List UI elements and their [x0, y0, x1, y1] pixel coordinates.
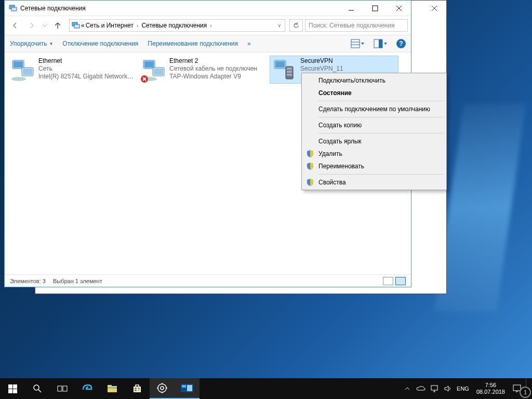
address-dropdown[interactable]: v — [276, 23, 283, 28]
close-button[interactable] — [387, 1, 411, 16]
more-commands-button[interactable]: » — [247, 40, 251, 47]
settings-close-button[interactable] — [422, 1, 446, 16]
connection-item-ethernet2[interactable]: Ethernet 2 Сетевой кабель не подключен T… — [139, 56, 268, 84]
svg-rect-47 — [138, 388, 140, 389]
menu-create-shortcut[interactable]: Создать ярлык — [303, 135, 445, 148]
menu-delete[interactable]: Удалить — [303, 148, 445, 160]
svg-rect-58 — [187, 385, 192, 391]
menu-connect-disconnect[interactable]: Подключить/отключить — [303, 74, 445, 87]
menu-properties[interactable]: Свойства — [303, 176, 445, 189]
connection-device: TAP-Windows Adapter V9 — [169, 73, 257, 81]
connection-item-ethernet[interactable]: Ethernet Сеть Intel(R) 82574L Gigabit Ne… — [8, 56, 137, 84]
network-connections-icon — [72, 21, 80, 30]
start-button[interactable] — [0, 378, 25, 399]
titlebar[interactable]: Сетевые подключения — [5, 1, 411, 16]
svg-rect-49 — [138, 390, 140, 391]
menu-separator — [318, 133, 444, 134]
shield-icon — [306, 162, 314, 170]
svg-rect-33 — [287, 74, 292, 76]
connection-device: Intel(R) 82574L Gigabit Network C... — [38, 73, 134, 81]
tray-volume-icon[interactable] — [443, 384, 453, 393]
search-input[interactable]: Поиск: Сетевые подключения — [305, 19, 408, 32]
help-button[interactable]: ? — [396, 39, 406, 48]
taskbar-settings-running[interactable] — [150, 378, 175, 399]
taskbar[interactable]: ENG 7:56 08.07.2018 — [0, 378, 532, 399]
connection-name: Ethernet — [38, 57, 134, 65]
tray-clock[interactable]: 7:56 08.07.2018 — [473, 382, 508, 395]
svg-rect-32 — [287, 71, 292, 73]
maximize-button[interactable] — [363, 1, 387, 16]
svg-rect-5 — [373, 6, 378, 11]
svg-rect-18 — [23, 69, 32, 75]
back-button[interactable] — [8, 18, 22, 33]
view-large-icons-button[interactable] — [395, 277, 406, 285]
status-selected-count: Выбран 1 элемент — [53, 278, 102, 284]
svg-rect-10 — [351, 39, 360, 48]
tray-network-icon[interactable] — [430, 384, 439, 393]
breadcrumb-part[interactable]: Сеть и Интернет — [86, 22, 134, 29]
connection-status: SecureVPN_11 — [300, 65, 343, 73]
breadcrumb-root[interactable]: « — [81, 22, 85, 29]
menu-rename[interactable]: Переименовать — [303, 160, 445, 172]
organize-menu[interactable]: Упорядочить ▼ — [10, 40, 53, 47]
tray-onedrive-icon[interactable] — [416, 384, 425, 393]
tray-language[interactable]: ENG — [457, 385, 469, 392]
svg-rect-59 — [431, 385, 437, 390]
task-view-button[interactable] — [50, 378, 75, 399]
chevron-right-icon[interactable]: › — [135, 23, 140, 29]
svg-point-50 — [158, 384, 166, 392]
menu-separator — [318, 174, 444, 175]
svg-rect-57 — [182, 385, 186, 388]
view-details-button[interactable] — [383, 277, 393, 285]
svg-rect-44 — [108, 387, 117, 389]
file-explorer-button[interactable] — [100, 378, 125, 399]
svg-rect-36 — [8, 389, 12, 393]
taskbar-explorer-running[interactable] — [175, 378, 200, 399]
window-title: Сетевые подключения — [20, 5, 339, 12]
rename-connection-button[interactable]: Переименование подключения — [148, 40, 238, 47]
svg-rect-34 — [8, 384, 12, 389]
forward-button[interactable] — [24, 18, 39, 33]
svg-line-39 — [38, 390, 41, 392]
menu-create-copy[interactable]: Создать копию — [303, 119, 445, 131]
connection-name: SecureVPN — [300, 57, 343, 65]
menu-separator — [318, 101, 444, 101]
svg-point-51 — [161, 387, 164, 390]
shield-icon — [306, 150, 314, 158]
svg-rect-31 — [287, 68, 292, 70]
svg-rect-45 — [134, 387, 141, 392]
disable-connection-button[interactable]: Отключение подключения — [62, 40, 138, 47]
menu-set-default[interactable]: Сделать подключением по умолчанию — [303, 103, 445, 115]
minimize-button[interactable] — [339, 1, 363, 16]
tray-chevron-up-icon[interactable] — [403, 384, 412, 393]
view-options-button[interactable] — [351, 39, 364, 48]
preview-pane-button[interactable] — [374, 39, 387, 48]
svg-rect-40 — [58, 386, 62, 391]
vpn-adapter-icon — [272, 57, 297, 82]
breadcrumb-part[interactable]: Сетевые подключения — [141, 22, 207, 29]
refresh-button[interactable] — [289, 19, 303, 32]
store-button[interactable] — [125, 378, 150, 399]
svg-rect-37 — [13, 389, 17, 393]
svg-rect-41 — [63, 386, 67, 391]
address-bar[interactable]: « Сеть и Интернет › Сетевые подключения … — [69, 19, 285, 32]
svg-rect-3 — [11, 7, 17, 11]
up-button[interactable] — [50, 18, 65, 33]
svg-point-38 — [34, 385, 39, 390]
network-connections-icon — [9, 4, 17, 12]
status-elements-count: Элементов: 3 — [10, 278, 46, 284]
edge-button[interactable] — [75, 378, 100, 399]
svg-rect-14 — [379, 39, 382, 48]
overlay-badge-icon: 1 — [520, 387, 531, 398]
svg-point-19 — [11, 77, 26, 81]
chevron-right-icon[interactable]: › — [208, 23, 214, 29]
context-menu: Подключить/отключить Состояние Сделать п… — [301, 73, 447, 190]
svg-rect-35 — [13, 384, 17, 389]
tray-date: 08.07.2018 — [476, 389, 505, 395]
menu-status[interactable]: Состояние — [303, 87, 445, 99]
search-button[interactable] — [25, 378, 50, 399]
recent-dropdown[interactable] — [41, 18, 48, 33]
command-bar: Упорядочить ▼ Отключение подключения Пер… — [5, 35, 411, 52]
svg-rect-9 — [74, 24, 79, 28]
shield-icon — [306, 178, 314, 187]
